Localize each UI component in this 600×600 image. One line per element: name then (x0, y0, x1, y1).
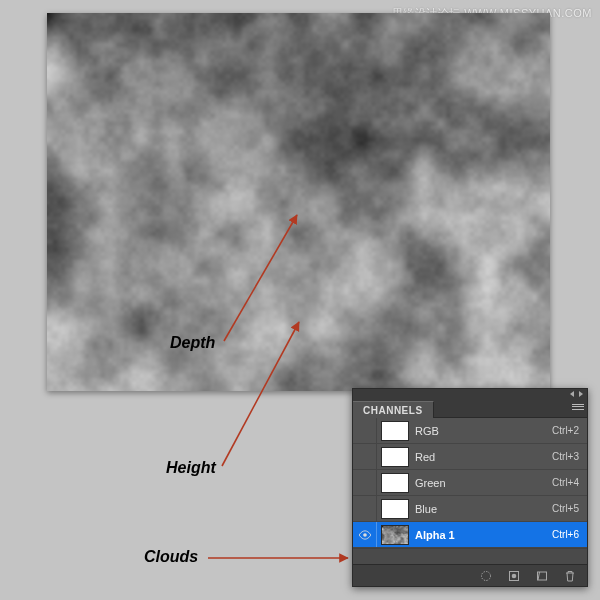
load-selection-icon[interactable] (479, 569, 493, 583)
panel-empty-area (353, 548, 587, 564)
visibility-toggle[interactable] (353, 418, 377, 443)
channel-name: Alpha 1 (415, 529, 552, 541)
visibility-toggle[interactable] (353, 444, 377, 469)
channel-shortcut: Ctrl+2 (552, 425, 581, 436)
channel-thumbnail (381, 447, 409, 467)
channel-row[interactable]: RGBCtrl+2 (353, 418, 587, 444)
panel-collapse-bar[interactable] (353, 389, 587, 399)
height-label: Height (166, 459, 216, 477)
clouds-preview-image (47, 13, 550, 391)
channel-shortcut: Ctrl+6 (552, 529, 581, 540)
channels-tab[interactable]: CHANNELS (353, 401, 434, 418)
channels-list: RGBCtrl+2RedCtrl+3GreenCtrl+4BlueCtrl+5A… (353, 418, 587, 548)
channel-thumbnail (381, 525, 409, 545)
svg-point-5 (482, 571, 491, 580)
channels-panel: CHANNELS RGBCtrl+2RedCtrl+3GreenCtrl+4Bl… (352, 388, 588, 587)
new-channel-icon[interactable] (535, 569, 549, 583)
channel-name: Red (415, 451, 552, 463)
panel-menu-icon[interactable] (571, 401, 585, 413)
visibility-toggle[interactable] (353, 470, 377, 495)
depth-label: Depth (170, 334, 215, 352)
delete-channel-icon[interactable] (563, 569, 577, 583)
clouds-label: Clouds (144, 548, 198, 566)
svg-point-7 (512, 573, 517, 578)
channel-shortcut: Ctrl+3 (552, 451, 581, 462)
channel-thumbnail (381, 499, 409, 519)
panel-footer (353, 564, 587, 586)
channel-name: Blue (415, 503, 552, 515)
channel-row[interactable]: GreenCtrl+4 (353, 470, 587, 496)
save-selection-icon[interactable] (507, 569, 521, 583)
channel-row[interactable]: BlueCtrl+5 (353, 496, 587, 522)
channel-thumbnail (381, 473, 409, 493)
channel-row[interactable]: Alpha 1Ctrl+6 (353, 522, 587, 548)
panel-tabs: CHANNELS (353, 399, 587, 418)
visibility-toggle[interactable] (353, 496, 377, 521)
channel-name: RGB (415, 425, 552, 437)
channel-row[interactable]: RedCtrl+3 (353, 444, 587, 470)
channel-thumbnail (381, 421, 409, 441)
channel-shortcut: Ctrl+5 (552, 503, 581, 514)
channel-name: Green (415, 477, 552, 489)
svg-point-4 (363, 533, 367, 537)
channel-shortcut: Ctrl+4 (552, 477, 581, 488)
visibility-toggle[interactable] (353, 522, 377, 547)
